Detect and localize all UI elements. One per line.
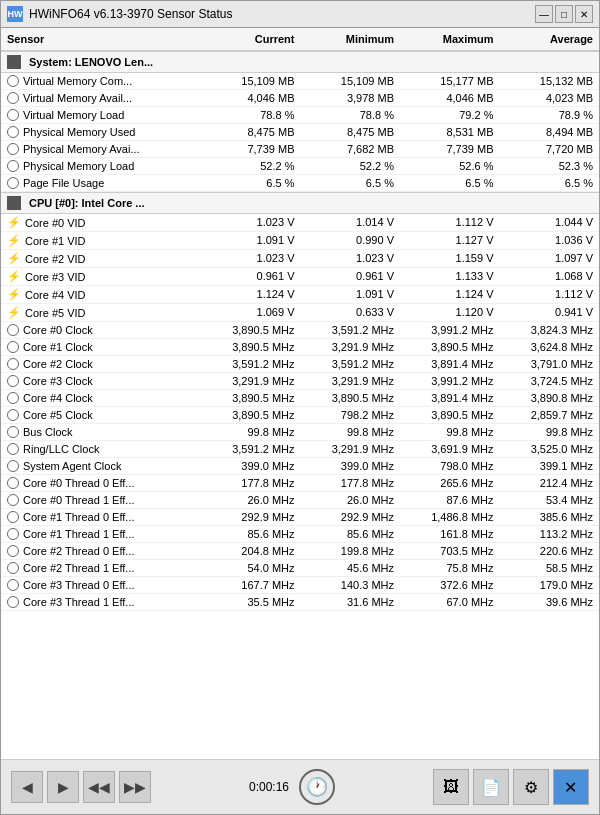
header-minimum: Minimum [301,30,401,48]
table-row[interactable]: Physical Memory Avai...7,739 MB7,682 MB7… [1,141,599,158]
table-row[interactable]: ⚡Core #4 VID1.124 V1.091 V1.124 V1.112 V [1,286,599,304]
sensor-average: 6.5 % [500,175,600,191]
sensor-name: Core #2 Clock [1,356,201,372]
sensor-minimum: 3,291.9 MHz [301,373,401,389]
sensor-current: 85.6 MHz [201,526,301,542]
sensor-average: 3,624.8 MHz [500,339,600,355]
sensor-minimum: 8,475 MB [301,124,401,140]
table-row[interactable]: Bus Clock99.8 MHz99.8 MHz99.8 MHz99.8 MH… [1,424,599,441]
sensor-average: 3,791.0 MHz [500,356,600,372]
sensor-maximum: 3,991.2 MHz [400,373,500,389]
sensor-minimum: 292.9 MHz [301,509,401,525]
sensor-maximum: 3,890.5 MHz [400,339,500,355]
header-maximum: Maximum [400,30,500,48]
table-row[interactable]: Core #3 Thread 1 Eff...35.5 MHz31.6 MHz6… [1,594,599,611]
sensor-average: 78.9 % [500,107,600,123]
table-row[interactable]: System Agent Clock399.0 MHz399.0 MHz798.… [1,458,599,475]
sensor-average: 8,494 MB [500,124,600,140]
sensor-name: Page File Usage [1,175,201,191]
table-row[interactable]: Page File Usage6.5 %6.5 %6.5 %6.5 % [1,175,599,192]
table-row[interactable]: Core #0 Clock3,890.5 MHz3,591.2 MHz3,991… [1,322,599,339]
close-button[interactable]: ✕ [575,5,593,23]
sensor-name: Core #0 Thread 1 Eff... [1,492,201,508]
table-row[interactable]: Physical Memory Load52.2 %52.2 %52.6 %52… [1,158,599,175]
sensor-minimum: 45.6 MHz [301,560,401,576]
table-header: Sensor Current Minimum Maximum Average [1,28,599,51]
table-row[interactable]: Core #2 Thread 0 Eff...204.8 MHz199.8 MH… [1,543,599,560]
sensor-current: 3,890.5 MHz [201,339,301,355]
sensor-average: 53.4 MHz [500,492,600,508]
section-header-cpu: CPU [#0]: Intel Core ... [1,192,599,214]
close-action-button[interactable]: ✕ [553,769,589,805]
sensor-maximum: 161.8 MHz [400,526,500,542]
nav-last-button[interactable]: ▶▶ [119,771,151,803]
table-row[interactable]: ⚡Core #5 VID1.069 V0.633 V1.120 V0.941 V [1,304,599,322]
sensor-maximum: 1,486.8 MHz [400,509,500,525]
sensor-name: Core #4 Clock [1,390,201,406]
table-row[interactable]: Virtual Memory Com...15,109 MB15,109 MB1… [1,73,599,90]
screenshot-button[interactable]: 🖼 [433,769,469,805]
sensor-average: 3,824.3 MHz [500,322,600,338]
sensor-average: 1.068 V [500,268,600,285]
sensor-average: 58.5 MHz [500,560,600,576]
table-row[interactable]: Core #4 Clock3,890.5 MHz3,890.5 MHz3,891… [1,390,599,407]
sensor-maximum: 4,046 MB [400,90,500,106]
maximize-button[interactable]: □ [555,5,573,23]
sensor-name: Core #3 Clock [1,373,201,389]
table-row[interactable]: Core #5 Clock3,890.5 MHz798.2 MHz3,890.5… [1,407,599,424]
table-row[interactable]: Core #3 Thread 0 Eff...167.7 MHz140.3 MH… [1,577,599,594]
sensor-maximum: 3,891.4 MHz [400,390,500,406]
sensor-current: 52.2 % [201,158,301,174]
sensor-name: Core #1 Thread 1 Eff... [1,526,201,542]
table-row[interactable]: Core #1 Thread 1 Eff...85.6 MHz85.6 MHz1… [1,526,599,543]
table-row[interactable]: Core #2 Clock3,591.2 MHz3,591.2 MHz3,891… [1,356,599,373]
table-row[interactable]: Ring/LLC Clock3,591.2 MHz3,291.9 MHz3,69… [1,441,599,458]
title-bar: HW HWiNFO64 v6.13-3970 Sensor Status — □… [0,0,600,28]
sensor-name: Core #2 Thread 1 Eff... [1,560,201,576]
table-row[interactable]: Core #0 Thread 0 Eff...177.8 MHz177.8 MH… [1,475,599,492]
table-row[interactable]: Virtual Memory Load78.8 %78.8 %79.2 %78.… [1,107,599,124]
sensor-current: 292.9 MHz [201,509,301,525]
sensor-name: Core #3 Thread 1 Eff... [1,594,201,610]
sensor-minimum: 3,591.2 MHz [301,322,401,338]
table-row[interactable]: Core #1 Thread 0 Eff...292.9 MHz292.9 MH… [1,509,599,526]
sensor-current: 15,109 MB [201,73,301,89]
sensor-minimum: 26.0 MHz [301,492,401,508]
sensor-maximum: 99.8 MHz [400,424,500,440]
sensor-current: 1.023 V [201,214,301,231]
table-row[interactable]: ⚡Core #3 VID0.961 V0.961 V1.133 V1.068 V [1,268,599,286]
header-average: Average [500,30,600,48]
sensor-name: Physical Memory Avai... [1,141,201,157]
sensor-maximum: 703.5 MHz [400,543,500,559]
sensor-average: 385.6 MHz [500,509,600,525]
table-row[interactable]: ⚡Core #0 VID1.023 V1.014 V1.112 V1.044 V [1,214,599,232]
sensor-maximum: 1.120 V [400,304,500,321]
sensor-maximum: 3,891.4 MHz [400,356,500,372]
sensor-minimum: 399.0 MHz [301,458,401,474]
sensor-maximum: 798.0 MHz [400,458,500,474]
sensor-minimum: 78.8 % [301,107,401,123]
nav-prev-button[interactable]: ◀ [11,771,43,803]
sensor-average: 1.097 V [500,250,600,267]
sensor-average: 1.112 V [500,286,600,303]
table-row[interactable]: ⚡Core #1 VID1.091 V0.990 V1.127 V1.036 V [1,232,599,250]
report-button[interactable]: 📄 [473,769,509,805]
nav-first-button[interactable]: ◀◀ [83,771,115,803]
sensor-maximum: 79.2 % [400,107,500,123]
table-row[interactable]: Core #0 Thread 1 Eff...26.0 MHz26.0 MHz8… [1,492,599,509]
table-row[interactable]: ⚡Core #2 VID1.023 V1.023 V1.159 V1.097 V [1,250,599,268]
sensor-name: Physical Memory Used [1,124,201,140]
sensor-minimum: 798.2 MHz [301,407,401,423]
sensor-name: Virtual Memory Load [1,107,201,123]
table-row[interactable]: Core #2 Thread 1 Eff...54.0 MHz45.6 MHz7… [1,560,599,577]
table-row[interactable]: Physical Memory Used8,475 MB8,475 MB8,53… [1,124,599,141]
sensor-name: Core #1 Clock [1,339,201,355]
sensor-average: 15,132 MB [500,73,600,89]
settings-button[interactable]: ⚙ [513,769,549,805]
table-row[interactable]: Core #3 Clock3,291.9 MHz3,291.9 MHz3,991… [1,373,599,390]
table-row[interactable]: Virtual Memory Avail...4,046 MB3,978 MB4… [1,90,599,107]
nav-next-button[interactable]: ▶ [47,771,79,803]
minimize-button[interactable]: — [535,5,553,23]
table-row[interactable]: Core #1 Clock3,890.5 MHz3,291.9 MHz3,890… [1,339,599,356]
sensor-current: 3,890.5 MHz [201,322,301,338]
